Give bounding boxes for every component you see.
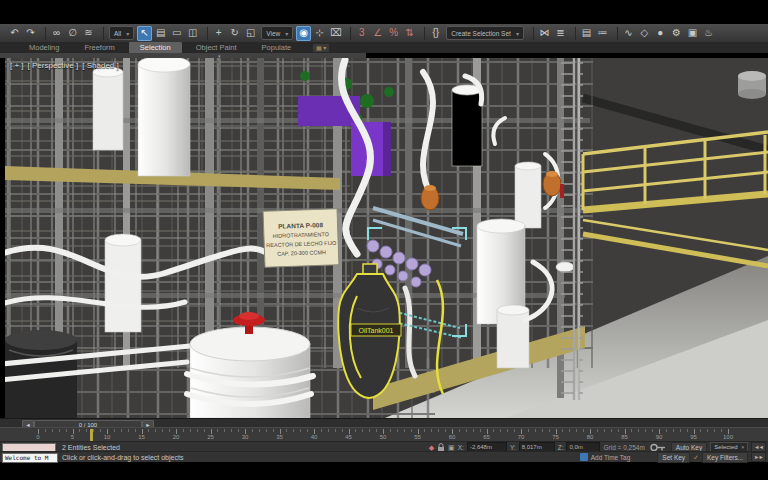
keyboard-shortcut-override-icon[interactable]: ⌧	[328, 26, 343, 41]
ribbon-tab-object-paint[interactable]: Object Paint	[185, 42, 248, 53]
coord-y-label: Y:	[510, 444, 516, 451]
ruler-minor-tick	[45, 429, 46, 432]
selection-set-value: Selected	[714, 443, 737, 451]
reference-coordinate-system-dropdown[interactable]: View▾	[261, 26, 293, 40]
viewport-shading-label[interactable]: [ Shaded ]	[82, 61, 118, 70]
spinner-snap-toggle-icon[interactable]: ⇅	[402, 26, 417, 41]
viewport-view-label[interactable]: [ Perspective ]	[28, 61, 79, 70]
ruler-minor-tick	[604, 429, 605, 432]
ruler-tick-label: 30	[242, 434, 249, 440]
redo-icon[interactable]: ↷	[23, 26, 38, 41]
named-selection-sets-dropdown[interactable]: Create Selection Set▾	[446, 26, 524, 40]
ruler-minor-tick	[114, 429, 115, 432]
ruler-minor-tick	[231, 429, 232, 432]
ladder[interactable]	[561, 58, 583, 400]
ruler-minor-tick	[238, 429, 239, 432]
perspective-viewport[interactable]: [ + ] [ Perspective ] [ Shaded ]	[5, 58, 768, 418]
ruler-minor-tick	[597, 429, 598, 432]
ruler-minor-tick	[355, 429, 356, 432]
selection-filter-dropdown[interactable]: All▾	[109, 26, 134, 40]
ruler-tick-label: 0	[36, 434, 39, 440]
snaps-toggle-3d-icon[interactable]: 3	[354, 26, 369, 41]
ruler-tick-label: 50	[380, 434, 387, 440]
ruler-minor-tick	[631, 429, 632, 432]
cylinder-distant[interactable]	[738, 71, 766, 99]
ruler-minor-tick	[445, 429, 446, 432]
ruler-minor-tick	[645, 429, 646, 432]
percent-snap-toggle-icon[interactable]: %	[386, 26, 401, 41]
equipment-sign[interactable]: PLANTA P-008 HIDROTRATAMIENTO REACTOR DE…	[263, 209, 339, 268]
key-filters-button[interactable]: Key Filters...	[702, 452, 748, 463]
ribbon-tab-populate[interactable]: Populate	[251, 42, 303, 53]
use-pivot-point-center-icon[interactable]: ◉	[296, 26, 311, 41]
ribbon-tab-modeling[interactable]: Modeling	[18, 42, 70, 53]
toolbar-separator	[571, 27, 576, 40]
ruler-minor-tick	[224, 429, 225, 432]
undo-icon[interactable]: ↶	[7, 26, 22, 41]
ruler-minor-tick	[259, 429, 260, 432]
select-object-icon[interactable]: ↖	[137, 26, 152, 41]
set-key-button[interactable]: Set Key	[657, 452, 690, 463]
toggle-scene-explorer-icon[interactable]: ▤	[579, 26, 594, 41]
angle-snap-toggle-icon[interactable]: ∠	[370, 26, 385, 41]
grid-size-readout: Grid = 0,254m	[603, 444, 644, 451]
select-by-name-icon[interactable]: ▤	[153, 26, 168, 41]
selection-filter-value: All	[114, 30, 121, 37]
ruler-minor-tick	[611, 429, 612, 432]
select-and-manipulate-icon[interactable]: ⊹	[312, 26, 327, 41]
key-filter-icon[interactable]: ✓	[693, 454, 699, 461]
ruler-minor-tick	[673, 429, 674, 432]
viewport-menu-label[interactable]: [ + ]	[10, 61, 24, 70]
ruler-minor-tick	[542, 429, 543, 432]
rectangular-selection-region-icon[interactable]: ▭	[169, 26, 184, 41]
ruler-minor-tick	[411, 429, 412, 432]
ruler-minor-tick	[652, 429, 653, 432]
ruler-tick-label: 5	[71, 434, 74, 440]
bind-to-space-warp-icon[interactable]: ≋	[81, 26, 96, 41]
ruler-minor-tick	[583, 429, 584, 432]
select-and-link-icon[interactable]: ∞	[49, 26, 64, 41]
scene-3d[interactable]: PLANTA P-008 HIDROTRATAMIENTO REACTOR DE…	[5, 58, 768, 418]
absolute-mode-icon[interactable]: ▣	[448, 444, 455, 451]
ruler-tick-label: 25	[207, 434, 214, 440]
render-setup-icon[interactable]: ⚙	[669, 26, 684, 41]
toggle-layer-explorer-icon[interactable]: ≔	[595, 26, 610, 41]
curve-editor-icon[interactable]: ∿	[621, 26, 636, 41]
ruler-minor-tick	[535, 429, 536, 432]
ruler-minor-tick	[549, 429, 550, 432]
ruler-tick-label: 45	[345, 434, 352, 440]
ribbon-overflow-dropdown[interactable]: ▦ ▾	[313, 44, 329, 52]
window-crossing-toggle-icon[interactable]: ◫	[185, 26, 200, 41]
reference-coordinate-system-value: View	[266, 30, 280, 37]
select-and-rotate-icon[interactable]: ↻	[227, 26, 242, 41]
ruler-tick-label: 55	[414, 434, 421, 440]
ruler-tick-label: 70	[518, 434, 525, 440]
add-time-tag[interactable]: Add Time Tag	[591, 454, 631, 461]
maxscript-listener-bottom[interactable]: Welcome to M	[2, 453, 58, 463]
material-editor-icon[interactable]: ●	[653, 26, 668, 41]
render-production-icon[interactable]: ♨	[701, 26, 716, 41]
ruler-minor-tick	[618, 429, 619, 432]
unlink-selection-icon[interactable]: ∅	[65, 26, 80, 41]
edit-named-selection-sets-icon[interactable]: {}	[428, 26, 443, 41]
ribbon-tab-freeform[interactable]: Freeform	[73, 42, 125, 53]
track-bar-ruler[interactable]: 0510152025303540455055606570758085909510…	[0, 427, 768, 442]
rendered-frame-window-icon[interactable]: ▣	[685, 26, 700, 41]
ruler-minor-tick	[169, 429, 170, 432]
ribbon-tab-selection[interactable]: Selection	[129, 42, 182, 53]
ruler-minor-tick	[714, 429, 715, 432]
align-icon[interactable]: ≣	[553, 26, 568, 41]
ruler-minor-tick	[335, 429, 336, 432]
ruler-minor-tick	[197, 429, 198, 432]
select-and-scale-icon[interactable]: ◱	[243, 26, 258, 41]
mirror-icon[interactable]: ⋈	[537, 26, 552, 41]
playback-next-button[interactable]: ►►	[751, 452, 766, 462]
select-and-move-icon[interactable]: +	[211, 26, 226, 41]
ruler-minor-tick	[514, 429, 515, 432]
ruler-minor-tick	[342, 429, 343, 432]
ruler-minor-tick	[293, 429, 294, 432]
mini-pin-icon[interactable]: ◆	[429, 444, 434, 451]
ruler-minor-tick	[500, 429, 501, 432]
ruler-minor-tick	[390, 429, 391, 432]
schematic-view-icon[interactable]: ◇	[637, 26, 652, 41]
